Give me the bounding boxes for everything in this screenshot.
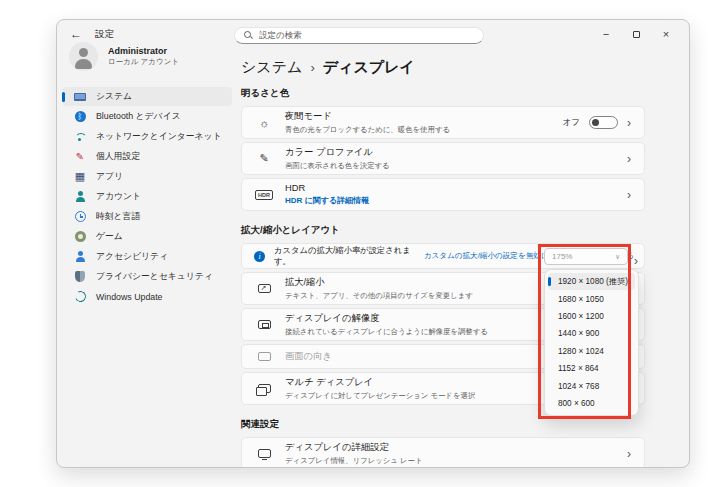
sidebar-item-label: ゲーム — [96, 231, 123, 243]
breadcrumb: システム › ディスプレイ — [241, 56, 645, 78]
section-brightness-color: 明るさと色 — [241, 87, 645, 100]
sidebar-item-personalization[interactable]: ✎ 個人用設定 — [62, 147, 232, 166]
avatar — [69, 42, 98, 71]
resolution-dropdown: 1920 × 1080 (推奨)1680 × 10501600 × 120014… — [544, 269, 639, 416]
sidebar-item-time-language[interactable]: 時刻と言語 — [62, 207, 232, 226]
accessibility-icon — [73, 250, 87, 263]
resolution-option[interactable]: 1280 × 1024 — [548, 343, 635, 360]
resolution-option[interactable]: 1024 × 768 — [548, 377, 635, 394]
hdr-info-link[interactable]: HDR に関する詳細情報 — [285, 195, 627, 206]
hdr-icon: HDR — [254, 190, 274, 200]
info-icon: i — [254, 251, 265, 262]
color-profile-icon: ✎ — [254, 152, 274, 165]
app-title: 設定 — [95, 28, 114, 41]
update-icon — [73, 290, 87, 303]
user-name: Administrator — [108, 46, 179, 56]
chevron-right-icon: › — [627, 189, 631, 201]
close-button[interactable]: × — [651, 24, 681, 44]
chevron-down-icon: ∨ — [615, 253, 620, 261]
sidebar-item-apps[interactable]: ▦ アプリ — [62, 167, 232, 186]
row-night-light[interactable]: ☼ 夜間モード 青色の光をブロックするために、暖色を使用する オフ › — [241, 106, 645, 139]
user-type: ローカル アカウント — [108, 57, 179, 67]
advanced-display-icon — [254, 449, 274, 458]
chevron-right-icon: › — [634, 254, 638, 268]
scale-select-value: 175% — [552, 252, 572, 261]
resolution-option[interactable]: 1152 × 864 — [548, 360, 635, 377]
resolution-option[interactable]: 1600 × 1200 — [548, 308, 635, 325]
resolution-option[interactable]: 800 × 600 — [548, 395, 635, 412]
screenshot-canvas: ← 設定 − × 設定の検索 Administrator ローカル アカウント … — [0, 0, 708, 487]
row-subtitle: 画面に表示される色を決定する — [285, 161, 627, 171]
search-input[interactable]: 設定の検索 — [234, 27, 484, 44]
sidebar-item-label: システム — [96, 91, 132, 103]
row-advanced-display[interactable]: ディスプレイの詳細設定 ディスプレイ情報、リフレッシュ レート › — [241, 437, 645, 468]
sidebar-item-label: プライバシーとセキュリティ — [96, 271, 213, 283]
search-icon — [244, 31, 253, 40]
row-subtitle: ディスプレイ情報、リフレッシュ レート — [285, 456, 627, 466]
scale-icon — [254, 284, 274, 293]
sidebar-item-label: アクセシビリティ — [96, 251, 168, 263]
section-scale-layout: 拡大/縮小とレイアウト — [241, 224, 645, 237]
sidebar-item-label: アカウント — [96, 191, 141, 203]
multi-display-icon — [254, 384, 274, 393]
sidebar-item-label: Bluetooth とデバイス — [96, 111, 181, 123]
chevron-right-icon: › — [627, 153, 631, 165]
shield-icon — [73, 270, 87, 283]
person-icon — [73, 190, 87, 203]
search-placeholder: 設定の検索 — [259, 30, 302, 42]
sidebar-item-bluetooth[interactable]: ᛒ Bluetooth とデバイス — [62, 107, 232, 126]
orientation-icon — [254, 352, 274, 361]
scale-select[interactable]: 175% ∨ — [544, 248, 628, 265]
account-summary[interactable]: Administrator ローカル アカウント — [69, 42, 179, 71]
sidebar-item-windows-update[interactable]: Windows Update — [62, 287, 232, 306]
brush-icon: ✎ — [73, 150, 87, 163]
row-color-profile[interactable]: ✎ カラー プロファイル 画面に表示される色を決定する › — [241, 142, 645, 175]
toggle-knob — [592, 119, 599, 126]
sidebar-item-label: 個人用設定 — [96, 151, 140, 163]
wifi-icon — [73, 130, 87, 143]
sidebar-item-privacy[interactable]: プライバシーとセキュリティ — [62, 267, 232, 286]
row-title: カラー プロファイル — [285, 146, 627, 159]
notice-text: カスタムの拡大/縮小率が設定されます。 — [274, 245, 415, 267]
breadcrumb-separator: › — [310, 60, 314, 75]
sidebar-item-system[interactable]: システム — [62, 87, 232, 106]
resolution-option[interactable]: 1920 × 1080 (推奨) — [548, 273, 635, 290]
sidebar: システム ᛒ Bluetooth とデバイス ネットワークとインターネット ✎ … — [62, 87, 232, 306]
resolution-icon — [254, 320, 274, 329]
sidebar-item-label: ネットワークとインターネット — [96, 131, 222, 143]
maximize-icon — [633, 31, 640, 38]
section-related: 関連設定 — [241, 418, 645, 431]
row-subtitle: 青色の光をブロックするために、暖色を使用する — [285, 125, 563, 135]
resolution-option[interactable]: 1680 × 1050 — [548, 290, 635, 307]
bluetooth-icon: ᛒ — [73, 110, 87, 123]
sidebar-item-network[interactable]: ネットワークとインターネット — [62, 127, 232, 146]
row-title: HDR — [285, 183, 627, 193]
settings-window: ← 設定 − × 設定の検索 Administrator ローカル アカウント … — [56, 19, 690, 468]
toggle-state-label: オフ — [563, 117, 580, 129]
clock-icon — [73, 210, 87, 223]
chevron-right-icon: › — [627, 448, 631, 460]
sidebar-item-label: Windows Update — [96, 292, 163, 302]
game-icon — [73, 230, 87, 243]
monitor-icon — [73, 90, 87, 103]
sidebar-item-accessibility[interactable]: アクセシビリティ — [62, 247, 232, 266]
resolution-option[interactable]: 1440 × 900 — [548, 325, 635, 342]
minimize-button[interactable]: − — [591, 24, 621, 44]
sidebar-item-label: アプリ — [96, 171, 123, 183]
breadcrumb-parent[interactable]: システム — [241, 58, 302, 77]
row-title: ディスプレイの詳細設定 — [285, 441, 627, 454]
sidebar-item-label: 時刻と言語 — [96, 211, 140, 223]
row-title: 夜間モード — [285, 110, 563, 123]
row-hdr[interactable]: HDR HDR HDR に関する詳細情報 › — [241, 178, 645, 211]
chevron-right-icon: › — [627, 117, 631, 129]
back-arrow-icon[interactable]: ← — [70, 27, 82, 41]
sidebar-item-accounts[interactable]: アカウント — [62, 187, 232, 206]
night-light-toggle[interactable] — [589, 116, 618, 129]
page-title: ディスプレイ — [323, 58, 415, 77]
night-light-icon: ☼ — [254, 117, 274, 129]
maximize-button[interactable] — [621, 24, 651, 44]
apps-icon: ▦ — [73, 170, 87, 183]
sidebar-item-gaming[interactable]: ゲーム — [62, 227, 232, 246]
